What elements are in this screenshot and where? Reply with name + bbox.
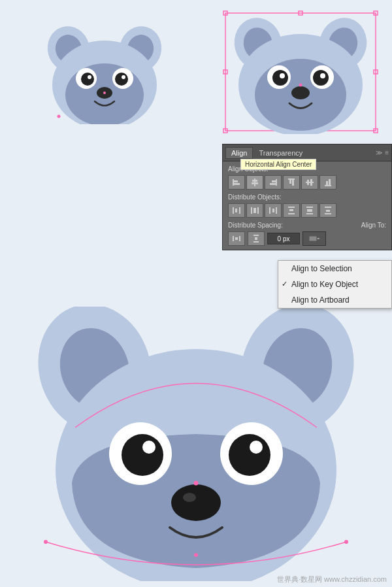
svg-rect-48	[289, 180, 291, 184]
dist-spacing-h-btn[interactable]	[228, 231, 245, 246]
svg-rect-40	[234, 183, 240, 185]
dist-left-btn[interactable]	[228, 203, 245, 218]
svg-point-87	[44, 540, 48, 544]
align-objects-row: Horizontal Align Center	[228, 175, 386, 190]
svg-rect-64	[272, 209, 274, 212]
align-top-btn[interactable]	[283, 175, 300, 190]
svg-point-88	[344, 540, 348, 544]
align-panel: Align Transparency ≫ ≡ Align Objects: Ho…	[222, 144, 392, 250]
svg-rect-53	[325, 185, 331, 186]
svg-rect-66	[288, 213, 295, 214]
svg-rect-75	[239, 236, 240, 241]
svg-rect-49	[292, 180, 294, 186]
svg-point-37	[299, 84, 302, 87]
svg-point-96	[171, 484, 221, 521]
panel-collapse-icon[interactable]: ≫	[376, 149, 382, 156]
svg-rect-69	[306, 213, 313, 214]
svg-rect-47	[288, 178, 295, 180]
raccoon-right-container	[209, 0, 392, 144]
svg-rect-56	[233, 207, 234, 214]
svg-point-11	[122, 75, 125, 79]
svg-rect-42	[252, 180, 257, 182]
svg-point-10	[88, 75, 91, 79]
raccoon-large-svg	[26, 307, 366, 581]
dist-bottom-btn[interactable]	[319, 203, 336, 218]
raccoon-right-svg	[222, 10, 379, 134]
svg-rect-44	[276, 179, 277, 186]
tab-transparency[interactable]: Transparency	[253, 147, 308, 159]
align-right-btn[interactable]	[265, 175, 282, 190]
svg-point-98	[194, 481, 199, 486]
svg-rect-70	[307, 209, 312, 212]
dist-spacing-v-btn[interactable]	[248, 231, 265, 246]
svg-rect-46	[270, 183, 276, 185]
svg-rect-45	[272, 180, 276, 182]
bottom-section	[0, 301, 392, 587]
panel-body: Align Objects: Horizontal Align Center	[223, 161, 391, 250]
svg-rect-76	[235, 237, 238, 240]
svg-rect-77	[253, 235, 259, 236]
svg-point-95	[250, 441, 263, 454]
dist-center-h-btn[interactable]	[246, 203, 263, 218]
align-left-btn[interactable]	[228, 175, 245, 190]
svg-rect-65	[288, 207, 295, 208]
distribute-objects-row	[228, 203, 386, 218]
distribute-spacing-label: Distribute Spacing:	[228, 222, 283, 229]
svg-rect-57	[239, 207, 240, 214]
align-center-v-btn[interactable]	[301, 175, 318, 190]
dropdown-item-align-key-object[interactable]: Align to Key Object	[278, 277, 391, 292]
spacing-input[interactable]	[267, 233, 300, 244]
svg-rect-79	[255, 237, 257, 240]
dropdown-item-align-selection[interactable]: Align to Selection	[278, 261, 391, 277]
svg-point-13	[103, 92, 106, 94]
raccoon-left-container	[0, 0, 209, 144]
svg-point-32	[272, 70, 288, 86]
panel-tabs: Align Transparency ≫ ≡	[223, 144, 391, 161]
svg-rect-63	[276, 207, 277, 214]
top-section	[0, 0, 392, 144]
svg-point-36	[291, 86, 310, 99]
panel-tab-controls: ≫ ≡	[376, 149, 389, 156]
spacing-input-row	[228, 231, 386, 246]
svg-rect-78	[253, 241, 259, 243]
svg-rect-72	[325, 213, 331, 214]
svg-point-93	[229, 434, 270, 476]
svg-rect-60	[257, 207, 259, 214]
svg-rect-62	[269, 207, 270, 214]
svg-point-14	[57, 115, 61, 118]
svg-rect-74	[233, 236, 234, 241]
svg-rect-59	[251, 207, 252, 214]
svg-rect-50	[306, 182, 314, 183]
distribute-objects-label: Distribute Objects:	[228, 193, 386, 201]
dist-top-btn[interactable]	[283, 203, 300, 218]
svg-point-33	[313, 70, 329, 86]
svg-point-8	[81, 73, 94, 86]
svg-rect-43	[252, 182, 258, 184]
dist-right-btn[interactable]	[265, 203, 282, 218]
svg-point-35	[320, 73, 325, 78]
svg-rect-39	[234, 180, 238, 182]
svg-rect-68	[306, 207, 313, 208]
raccoon-left-svg	[39, 20, 170, 124]
align-to-dropdown-btn[interactable]	[302, 231, 326, 246]
svg-rect-52	[310, 179, 312, 186]
svg-marker-81	[318, 238, 320, 239]
svg-point-94	[142, 441, 155, 454]
svg-rect-55	[329, 179, 331, 185]
watermark: 世界典·数星网 www.chzzidian.com	[277, 575, 387, 584]
svg-rect-54	[326, 181, 328, 185]
svg-point-34	[280, 73, 285, 78]
align-bottom-btn[interactable]	[319, 175, 336, 190]
svg-rect-61	[253, 208, 256, 213]
svg-point-97	[183, 493, 196, 502]
distribute-spacing-section: Distribute Spacing: Align To:	[228, 222, 386, 229]
dist-center-v-btn[interactable]	[301, 203, 318, 218]
align-to-dropdown-menu: Align to Selection Align to Key Object A…	[278, 260, 392, 309]
tab-align[interactable]: Align	[225, 147, 253, 159]
panel-menu-icon[interactable]: ≡	[385, 149, 389, 156]
dropdown-item-align-artboard[interactable]: Align to Artboard	[278, 292, 391, 308]
svg-rect-80	[309, 236, 317, 241]
align-center-h-btn[interactable]: Horizontal Align Center	[246, 175, 263, 190]
svg-point-9	[115, 73, 128, 86]
svg-rect-38	[233, 179, 234, 186]
